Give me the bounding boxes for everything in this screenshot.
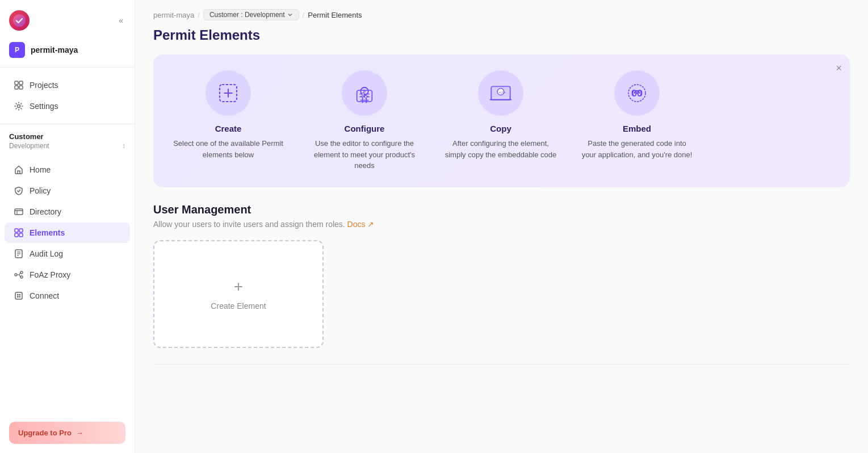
env-arrow: ↕	[122, 142, 125, 150]
svg-point-37	[364, 96, 367, 98]
page-title: Permit Elements	[135, 25, 868, 54]
main-content: permit-maya / Customer : Development / P…	[135, 0, 868, 453]
step-create-title: Create	[215, 124, 242, 133]
home-label: Home	[30, 165, 51, 174]
grid-icon	[14, 80, 24, 90]
upgrade-label: Upgrade to Pro	[18, 429, 72, 437]
connect-label: Connect	[30, 291, 59, 300]
user-management-desc: Allow your users to invite users and ass…	[135, 220, 868, 240]
step-embed-desc: Paste the generated code into your appli…	[580, 138, 694, 160]
bottom-divider	[153, 364, 850, 364]
svg-rect-24	[19, 296, 21, 298]
connect-icon	[14, 291, 24, 301]
svg-point-0	[13, 14, 26, 27]
info-banner: × Create Select one of the available Per…	[153, 54, 850, 187]
upgrade-arrow: →	[76, 429, 83, 437]
step-embed-title: Embed	[623, 124, 651, 133]
sidebar-header: «	[0, 0, 135, 37]
foaz-proxy-label: FoAz Proxy	[30, 270, 70, 279]
elements-grid: + Create Element	[135, 240, 868, 348]
sidebar-item-foaz-proxy[interactable]: FoAz Proxy	[5, 265, 130, 285]
app-logo	[9, 10, 30, 31]
foaz-proxy-icon	[14, 270, 24, 280]
sidebar-item-connect[interactable]: Connect	[5, 286, 130, 306]
svg-rect-23	[17, 296, 19, 298]
banner-step-create: Create Select one of the available Permi…	[171, 70, 285, 160]
banner-step-configure: Configure Use the editor to configure th…	[308, 70, 421, 171]
policy-label: Policy	[30, 186, 51, 195]
audit-log-icon	[14, 249, 24, 259]
sidebar-item-projects[interactable]: Projects	[5, 75, 130, 95]
env-sublabel: Development	[9, 142, 49, 150]
svg-point-5	[18, 105, 20, 108]
breadcrumb-current: Permit Elements	[308, 11, 362, 19]
sidebar-item-settings[interactable]: Settings	[5, 96, 130, 116]
svg-rect-11	[15, 233, 18, 237]
banner-step-embed: Embed Paste the generated code into your…	[580, 70, 694, 160]
breadcrumb-org[interactable]: permit-maya	[153, 11, 194, 19]
gear-icon	[14, 101, 24, 111]
banner-close-button[interactable]: ×	[836, 62, 842, 74]
sidebar-item-policy[interactable]: Policy	[5, 181, 130, 201]
step-copy-title: Copy	[490, 124, 511, 133]
svg-rect-10	[19, 229, 23, 232]
create-plus-icon: +	[234, 278, 243, 296]
svg-rect-12	[19, 233, 23, 237]
policy-icon	[14, 186, 24, 196]
mid-nav-section: Home Policy Directory Elements Audit Log	[0, 152, 135, 422]
step-create-desc: Select one of the available Permit eleme…	[171, 138, 285, 160]
svg-point-17	[15, 274, 17, 276]
svg-rect-4	[19, 86, 23, 89]
embed-icon-circle	[614, 70, 660, 116]
projects-label: Projects	[30, 81, 58, 90]
directory-label: Directory	[30, 207, 61, 216]
svg-rect-20	[15, 292, 22, 299]
create-element-label: Create Element	[211, 301, 266, 311]
svg-text:</>: </>	[499, 90, 506, 95]
org-row[interactable]: P permit-maya	[0, 37, 135, 68]
create-icon-circle	[206, 70, 251, 116]
audit-log-label: Audit Log	[30, 249, 63, 258]
sidebar-item-directory[interactable]: Directory	[5, 202, 130, 222]
sidebar-item-audit-log[interactable]: Audit Log	[5, 244, 130, 264]
configure-icon-circle	[342, 70, 387, 116]
breadcrumb: permit-maya / Customer : Development / P…	[135, 0, 868, 25]
sidebar-item-elements[interactable]: Elements	[5, 223, 130, 243]
settings-label: Settings	[30, 102, 58, 111]
copy-icon-circle: </>	[478, 70, 523, 116]
svg-rect-2	[19, 81, 23, 85]
svg-rect-22	[19, 294, 21, 296]
svg-rect-1	[15, 81, 18, 85]
org-name: permit-maya	[31, 45, 78, 54]
breadcrumb-env[interactable]: Customer : Development	[203, 9, 299, 20]
step-configure-desc: Use the editor to configure the element …	[308, 138, 421, 171]
banner-step-copy: </> Copy After configuring the element, …	[444, 70, 557, 160]
svg-point-35	[362, 93, 364, 95]
step-copy-desc: After configuring the element, simply co…	[444, 138, 557, 160]
breadcrumb-sep2: /	[303, 11, 305, 19]
elements-icon	[14, 228, 24, 238]
env-section: Customer Development ↕	[0, 124, 135, 152]
svg-rect-6	[15, 209, 23, 215]
sidebar-item-home[interactable]: Home	[5, 160, 130, 180]
user-management-title: User Management	[135, 203, 868, 220]
org-avatar: P	[9, 42, 25, 58]
upgrade-button[interactable]: Upgrade to Pro →	[9, 422, 125, 444]
directory-icon	[14, 207, 24, 217]
breadcrumb-sep1: /	[198, 11, 200, 19]
elements-label: Elements	[30, 228, 65, 237]
collapse-button[interactable]: «	[116, 14, 125, 27]
top-nav-section: Projects Settings	[0, 68, 135, 124]
home-icon	[14, 165, 24, 175]
sidebar: « P permit-maya Projects Settings Custom…	[0, 0, 135, 453]
create-element-card[interactable]: + Create Element	[153, 240, 324, 348]
docs-link[interactable]: Docs ↗	[347, 220, 375, 229]
svg-rect-3	[15, 86, 18, 89]
env-label: Customer	[9, 132, 125, 141]
svg-rect-9	[15, 229, 18, 232]
env-sub[interactable]: Development ↕	[9, 142, 125, 150]
svg-rect-21	[17, 294, 19, 296]
step-configure-title: Configure	[345, 124, 385, 133]
